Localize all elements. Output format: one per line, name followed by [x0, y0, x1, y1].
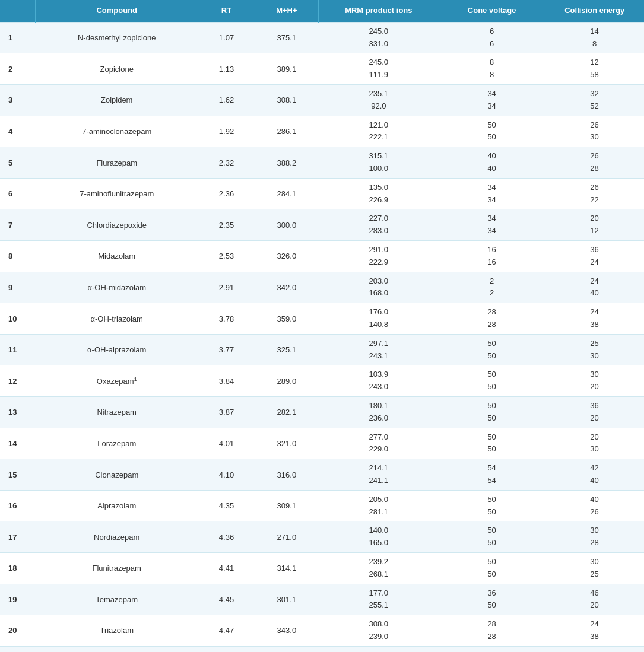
cell-mh: 359.0 — [255, 303, 318, 335]
cell-mrm: 180.1236.0 — [319, 397, 439, 428]
cell-num: 4 — [0, 116, 36, 147]
cell-mh: 375.1 — [255, 22, 318, 53]
table-row: 8Midazolam2.53326.0291.0222.916163624 — [0, 241, 644, 272]
cell-mrm: 277.0229.0 — [319, 428, 439, 459]
cell-rt: 1.13 — [198, 53, 255, 85]
cell-compound: Flurazepam — [36, 147, 198, 179]
table-row: 7Chlordiazepoxide2.35300.0227.0283.03434… — [0, 209, 644, 241]
cell-rt: 2.35 — [198, 209, 255, 241]
cell-mh: 282.1 — [255, 397, 318, 428]
col-header-collision: Collision energy — [545, 0, 644, 22]
cell-mrm: 205.0281.1 — [319, 490, 439, 521]
cell-compound: Zopiclone — [36, 53, 198, 85]
cell-num: 2 — [0, 53, 36, 85]
table-row: 19Temazepam4.45301.1177.0255.136504620 — [0, 584, 644, 615]
cell-collision: 3252 — [545, 85, 644, 116]
cell-num: 20 — [0, 615, 36, 647]
cell-cone: 5050 — [439, 646, 545, 652]
cell-cone: 5050 — [439, 428, 545, 459]
cell-num: 1 — [0, 22, 36, 53]
cell-mh: 308.1 — [255, 85, 318, 116]
cell-rt: 4.01 — [198, 428, 255, 459]
table-row: 11α-OH-alprazolam3.77325.1297.1243.15050… — [0, 334, 644, 365]
cell-cone: 3434 — [439, 209, 545, 241]
cell-rt: 3.77 — [198, 334, 255, 365]
main-table-container: Compound RT M+H+ MRM product ions Cone v… — [0, 0, 644, 652]
cell-num: 11 — [0, 334, 36, 365]
cell-cone: 5050 — [439, 490, 545, 521]
cell-mh: 342.0 — [255, 272, 318, 303]
cell-mrm: 227.0283.0 — [319, 209, 439, 241]
cell-cone: 5050 — [439, 552, 545, 584]
cell-num: 10 — [0, 303, 36, 335]
cell-mh: 343.0 — [255, 615, 318, 647]
cell-collision: 3025 — [545, 552, 644, 584]
cell-collision: 2440 — [545, 272, 644, 303]
cell-rt: 1.62 — [198, 85, 255, 116]
cell-collision: 3620 — [545, 397, 644, 428]
cell-rt: 4.10 — [198, 459, 255, 491]
cell-mrm: 245.0331.0 — [319, 22, 439, 53]
cell-mrm: 239.2268.1 — [319, 552, 439, 584]
cell-compound: Nitrazepam — [36, 397, 198, 428]
cell-mrm: 297.1243.1 — [319, 334, 439, 365]
cell-cone: 1616 — [439, 241, 545, 272]
table-row: 5Flurazepam2.32388.2315.1100.040402628 — [0, 147, 644, 179]
cell-collision: 3624 — [545, 241, 644, 272]
col-header-compound: Compound — [36, 0, 198, 22]
cell-collision: 148 — [545, 22, 644, 53]
cell-num: 5 — [0, 147, 36, 179]
cell-rt: 4.47 — [198, 615, 255, 647]
table-row: 3Zolpidem1.62308.1235.192.034343252 — [0, 85, 644, 116]
cell-mrm: 140.0165.0 — [319, 521, 439, 553]
cell-rt: 2.91 — [198, 272, 255, 303]
cell-num: 9 — [0, 272, 36, 303]
table-row: 12Oxazepam13.84289.0103.9243.050503020 — [0, 365, 644, 397]
cell-cone: 22 — [439, 272, 545, 303]
cell-collision: 2530 — [545, 334, 644, 365]
col-header-cone: Cone voltage — [439, 0, 545, 22]
cell-num: 7 — [0, 209, 36, 241]
cell-compound: N-desmethyl zopiclone — [36, 22, 198, 53]
cell-mh: 300.0 — [255, 209, 318, 241]
cell-rt: 1.92 — [198, 116, 255, 147]
cell-rt: 2.53 — [198, 241, 255, 272]
cell-compound: Zolpidem — [36, 85, 198, 116]
cell-num: 3 — [0, 85, 36, 116]
table-row: 18Flunitrazepam4.41314.1239.2268.1505030… — [0, 552, 644, 584]
cell-rt: 2.36 — [198, 178, 255, 209]
table-row: 15Clonazepam4.10316.0214.1241.154544240 — [0, 459, 644, 491]
table-row: 21Diazepam5.14285.1154.0193.150502630 — [0, 646, 644, 652]
cell-compound: Triazolam — [36, 615, 198, 647]
cell-collision: 3028 — [545, 521, 644, 553]
cell-compound: Oxazepam1 — [36, 365, 198, 397]
table-row: 14Lorazepam4.01321.0277.0229.050502030 — [0, 428, 644, 459]
cell-rt: 3.84 — [198, 365, 255, 397]
table-row: 67-aminoflunitrazepam2.36284.1135.0226.9… — [0, 178, 644, 209]
cell-rt: 5.14 — [198, 646, 255, 652]
cell-compound: Nordiazepam — [36, 521, 198, 553]
cell-mh: 284.1 — [255, 178, 318, 209]
cell-collision: 4620 — [545, 584, 644, 615]
cell-mrm: 135.0226.9 — [319, 178, 439, 209]
cell-mrm: 214.1241.1 — [319, 459, 439, 491]
cell-mrm: 291.0222.9 — [319, 241, 439, 272]
table-row: 10α-OH-triazolam3.78359.0176.0140.828282… — [0, 303, 644, 335]
cell-compound: Clonazepam — [36, 459, 198, 491]
cell-cone: 88 — [439, 53, 545, 85]
cell-num: 12 — [0, 365, 36, 397]
table-row: 2Zopiclone1.13389.1245.0111.9881258 — [0, 53, 644, 85]
cell-compound: 7-aminoflunitrazepam — [36, 178, 198, 209]
cell-num: 21 — [0, 646, 36, 652]
compound-table: Compound RT M+H+ MRM product ions Cone v… — [0, 0, 644, 652]
cell-mrm: 176.0140.8 — [319, 303, 439, 335]
col-header-rt: RT — [198, 0, 255, 22]
cell-collision: 4026 — [545, 490, 644, 521]
cell-collision: 4240 — [545, 459, 644, 491]
cell-mrm: 235.192.0 — [319, 85, 439, 116]
cell-cone: 3650 — [439, 584, 545, 615]
table-row: 13Nitrazepam3.87282.1180.1236.050503620 — [0, 397, 644, 428]
col-header-mrm: MRM product ions — [319, 0, 439, 22]
cell-mh: 325.1 — [255, 334, 318, 365]
cell-mh: 316.0 — [255, 459, 318, 491]
